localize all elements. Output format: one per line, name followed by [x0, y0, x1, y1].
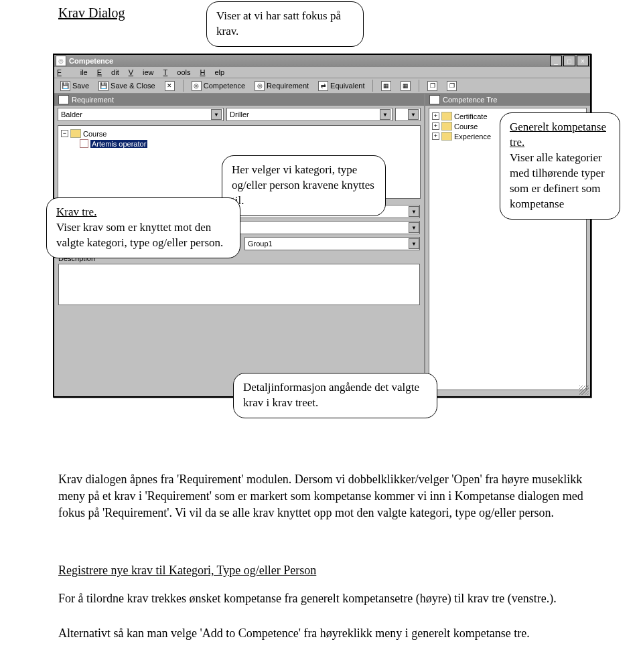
- menu-help[interactable]: Help: [200, 68, 225, 76]
- type-dropdown[interactable]: Driller ▼: [226, 108, 392, 121]
- copy-icon: ❐: [447, 81, 457, 91]
- expand-icon[interactable]: +: [432, 112, 439, 120]
- callout-middle-text: Her velger vi kategori, type og/eller pe…: [232, 163, 374, 207]
- chevron-down-icon: ▼: [211, 109, 222, 120]
- folder-icon: [441, 122, 452, 131]
- collapse-icon[interactable]: −: [61, 130, 68, 137]
- menu-file[interactable]: File: [57, 68, 88, 76]
- chevron-down-icon: ▼: [409, 238, 419, 249]
- body-paragraph-2: For å tilordne krav trekkes ønsket kompe…: [58, 590, 587, 607]
- link-icon: ⇄: [318, 81, 328, 91]
- callout-detail: Detaljinformasjon angående det valgte kr…: [233, 373, 437, 418]
- selector-row: Balder ▼ Driller ▼ ▼: [54, 106, 424, 123]
- toolbar-separator: [372, 80, 373, 92]
- toolbar: 💾Save 💾Save & Close ✕ ◎Competence ◎Requi…: [54, 78, 590, 94]
- x-icon: ✕: [165, 81, 175, 91]
- tree-label: Certificate: [454, 112, 488, 120]
- copy-icon: ❐: [427, 81, 437, 91]
- menu-tools[interactable]: Tools: [163, 68, 191, 76]
- requirement-button[interactable]: ◎Requirement: [251, 80, 312, 92]
- chevron-down-icon: ▼: [409, 206, 419, 217]
- maximize-button[interactable]: □: [563, 56, 575, 66]
- reqgroup-field[interactable]: Group1 ▼: [244, 237, 420, 250]
- delete-button[interactable]: ✕: [161, 80, 178, 92]
- tool-button-4[interactable]: ❐: [443, 80, 460, 92]
- expand-icon[interactable]: +: [432, 122, 439, 130]
- tool-button-2[interactable]: ▦: [397, 80, 414, 92]
- rule-field[interactable]: ▼: [239, 221, 420, 234]
- tree-label: Course: [454, 122, 478, 131]
- callout-detail-text: Detaljinformasjon angående det valgte kr…: [243, 381, 419, 409]
- target-icon: ◎: [255, 81, 265, 91]
- reqgroup-value: Group1: [248, 240, 273, 248]
- competence-tree-header: Competence Tre: [425, 94, 590, 106]
- chevron-down-icon: ▼: [380, 109, 390, 120]
- tool-button-3[interactable]: ❐: [424, 80, 441, 92]
- menu-edit[interactable]: Edit: [97, 68, 119, 76]
- disk-icon: 💾: [60, 81, 70, 91]
- body-paragraph-3: Alternativt så kan man velge 'Add to Com…: [58, 625, 587, 642]
- folder-icon: [441, 112, 452, 120]
- tree-row-course[interactable]: − Course: [61, 129, 417, 139]
- callout-right-body: Viser alle kategorier med tilhørende typ…: [510, 151, 605, 210]
- chevron-down-icon: ▼: [409, 222, 419, 233]
- competence-tree-title: Competence Tre: [443, 96, 497, 104]
- callout-top-text: Viser at vi har satt fokus på krav.: [216, 9, 341, 37]
- window-title: Competence: [69, 57, 549, 65]
- competence-button[interactable]: ◎Competence: [188, 80, 248, 92]
- pane-icon: [429, 95, 440, 104]
- folder-icon: [441, 132, 452, 141]
- toolbar-separator: [183, 80, 184, 92]
- type-value: Driller: [230, 110, 249, 118]
- tree-label: Experience: [454, 133, 491, 141]
- requirement-pane-title: Requirement: [72, 96, 114, 104]
- minimize-button[interactable]: _: [550, 56, 562, 66]
- pane-icon: [58, 95, 69, 104]
- menubar: File Edit View Tools Help: [54, 67, 590, 78]
- toolbar-separator: [419, 80, 419, 92]
- body-heading-2: Registrere nye krav til Kategori, Type o…: [58, 562, 587, 579]
- tree-label-selected: Artemis operator: [90, 140, 147, 148]
- title-callout: Krav Dialog: [58, 5, 125, 21]
- category-value: Balder: [61, 110, 82, 118]
- grid-icon: ▦: [401, 81, 411, 91]
- requirement-pane-header: Requirement: [54, 94, 424, 106]
- grid-icon: ▦: [381, 81, 391, 91]
- close-button[interactable]: ×: [577, 56, 589, 66]
- callout-left-title: Krav tre.: [56, 205, 96, 218]
- equivalent-button[interactable]: ⇄Equivalent: [315, 80, 368, 92]
- callout-top: Viser at vi har satt fokus på krav.: [206, 1, 364, 47]
- category-dropdown[interactable]: Balder ▼: [58, 108, 224, 121]
- callout-left: Krav tre. Viser krav som er knyttet mot …: [46, 197, 240, 258]
- resize-grip[interactable]: [579, 386, 589, 395]
- expand-icon[interactable]: +: [432, 133, 439, 140]
- chevron-down-icon: ▼: [408, 109, 419, 120]
- save-button[interactable]: 💾Save: [57, 80, 92, 92]
- callout-middle: Her velger vi kategori, type og/eller pe…: [222, 155, 386, 216]
- save-close-button[interactable]: 💾Save & Close: [95, 80, 159, 92]
- titlebar[interactable]: ◎ Competence _ □ ×: [54, 55, 590, 67]
- tree-row-item[interactable]: Artemis operator: [61, 139, 417, 149]
- callout-right-title: Generelt kompetanse tre.: [510, 120, 606, 149]
- folder-icon: [70, 129, 81, 138]
- callout-left-body: Viser krav som er knyttet mot den valgte…: [56, 221, 223, 249]
- person-dropdown[interactable]: ▼: [395, 108, 421, 121]
- disk-icon: 💾: [98, 81, 109, 91]
- tool-button-1[interactable]: ▦: [378, 80, 395, 92]
- tree-label: Course: [83, 130, 106, 138]
- app-icon: ◎: [56, 56, 66, 66]
- callout-right: Generelt kompetanse tre. Viser alle kate…: [500, 112, 620, 220]
- description-field[interactable]: [58, 264, 420, 305]
- body-paragraph-1: Krav dialogen åpnes fra 'Requirement' mo…: [58, 471, 587, 521]
- target-icon: ◎: [192, 81, 202, 91]
- menu-view[interactable]: View: [129, 68, 154, 76]
- item-icon: [80, 139, 88, 148]
